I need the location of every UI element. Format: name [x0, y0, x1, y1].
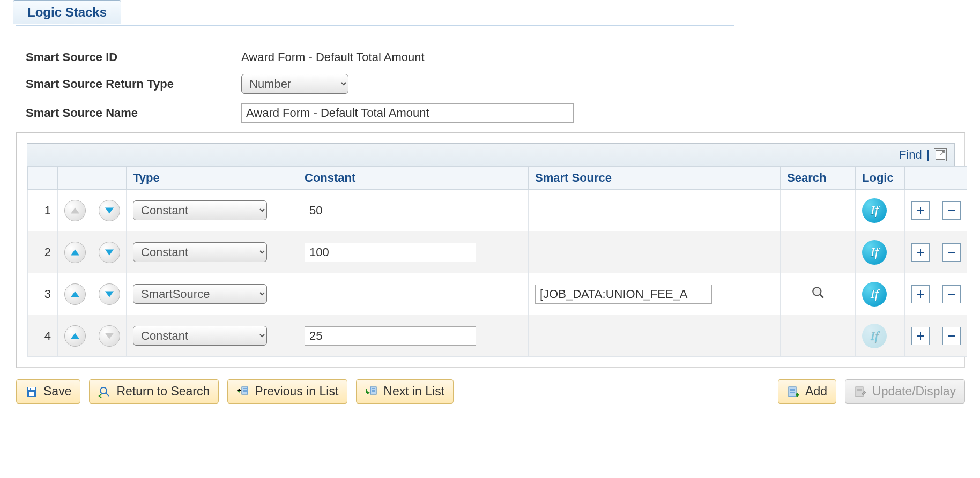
- svg-marker-0: [71, 207, 79, 213]
- grid-header-row: Type Constant Smart Source Search Logic: [28, 167, 967, 190]
- constant-input[interactable]: [305, 243, 476, 262]
- toolbar-separator: |: [926, 148, 930, 162]
- delete-row-button[interactable]: [942, 285, 961, 303]
- return-to-search-button[interactable]: Return to Search: [89, 379, 219, 404]
- add-row-button[interactable]: [911, 201, 930, 220]
- type-select[interactable]: Constant: [133, 200, 267, 220]
- svg-marker-18: [105, 333, 114, 339]
- svg-line-27: [106, 393, 109, 396]
- constant-input[interactable]: [305, 201, 476, 220]
- grid-container: Find | Type Constant S: [16, 132, 965, 368]
- value-smart-source-id: Award Form - Default Total Amount: [241, 50, 425, 64]
- action-bar: Save Return to Search Previous in List N…: [16, 379, 965, 404]
- svg-line-13: [820, 294, 823, 298]
- save-icon: [25, 385, 38, 398]
- col-constant[interactable]: Constant: [298, 167, 529, 190]
- col-blank-4: [905, 167, 936, 190]
- svg-point-12: [813, 287, 821, 295]
- add-icon: [787, 385, 800, 398]
- search-icon[interactable]: [811, 286, 825, 300]
- update-display-label: Update/Display: [872, 384, 956, 399]
- return-search-icon: [98, 385, 111, 398]
- grid-table: Type Constant Smart Source Search Logic …: [27, 166, 967, 357]
- input-smart-source-name[interactable]: [241, 103, 574, 123]
- logic-if-button[interactable]: If: [862, 282, 887, 307]
- label-smart-source-name: Smart Source Name: [16, 106, 241, 120]
- svg-marker-5: [71, 249, 79, 255]
- svg-rect-24: [29, 392, 34, 396]
- svg-rect-25: [30, 388, 31, 390]
- next-label: Next in List: [383, 384, 444, 399]
- add-row-button[interactable]: [911, 327, 930, 345]
- tab-logic-stacks[interactable]: Logic Stacks: [13, 0, 121, 25]
- next-list-icon: [365, 385, 378, 398]
- update-display-icon: [854, 385, 867, 398]
- move-up-button: [64, 200, 86, 221]
- add-row-button[interactable]: [911, 285, 930, 303]
- header-fields: Smart Source ID Award Form - Default Tot…: [16, 50, 964, 123]
- type-select[interactable]: Constant: [133, 242, 267, 262]
- select-return-type[interactable]: Number: [241, 74, 348, 94]
- col-blank-2: [58, 167, 92, 190]
- save-button[interactable]: Save: [16, 379, 80, 404]
- find-link[interactable]: Find: [899, 148, 922, 162]
- svg-rect-28: [242, 387, 248, 394]
- svg-rect-33: [370, 387, 376, 394]
- table-row: 4ConstantIf: [28, 315, 967, 357]
- svg-rect-38: [789, 387, 796, 397]
- next-in-list-button[interactable]: Next in List: [356, 379, 454, 404]
- svg-marker-1: [105, 207, 114, 213]
- label-smart-source-id: Smart Source ID: [16, 50, 241, 64]
- type-select[interactable]: Constant: [133, 326, 267, 346]
- row-number: 1: [28, 190, 58, 231]
- delete-row-button[interactable]: [942, 243, 961, 262]
- col-type[interactable]: Type: [127, 167, 298, 190]
- svg-marker-17: [71, 333, 79, 339]
- add-row-button[interactable]: [911, 243, 930, 262]
- col-blank-1: [28, 167, 58, 190]
- move-down-button[interactable]: [99, 200, 120, 221]
- smart-source-input[interactable]: [535, 285, 712, 304]
- col-logic[interactable]: Logic: [856, 167, 905, 190]
- move-up-button[interactable]: [64, 242, 86, 263]
- table-row: 1ConstantIf: [28, 190, 967, 231]
- table-row: 2ConstantIf: [28, 231, 967, 273]
- previous-in-list-button[interactable]: Previous in List: [227, 379, 347, 404]
- move-down-button: [99, 325, 120, 347]
- constant-input[interactable]: [305, 326, 476, 346]
- logic-if-button: If: [862, 324, 887, 348]
- add-label: Add: [805, 384, 827, 399]
- tab-strip: Logic Stacks: [16, 0, 734, 26]
- svg-marker-37: [367, 391, 370, 394]
- logic-if-button[interactable]: If: [862, 240, 887, 265]
- row-number: 4: [28, 315, 58, 357]
- svg-marker-10: [71, 291, 79, 297]
- type-select[interactable]: SmartSource: [133, 284, 267, 304]
- delete-row-button[interactable]: [942, 201, 961, 220]
- move-up-button[interactable]: [64, 325, 86, 347]
- col-blank-5: [936, 167, 967, 190]
- add-button[interactable]: Add: [778, 379, 836, 404]
- svg-rect-23: [28, 387, 35, 390]
- svg-marker-6: [105, 249, 114, 255]
- col-search[interactable]: Search: [781, 167, 856, 190]
- previous-label: Previous in List: [255, 384, 338, 399]
- move-down-button[interactable]: [99, 242, 120, 263]
- save-label: Save: [43, 384, 71, 399]
- move-up-button[interactable]: [64, 283, 86, 305]
- table-row: 3SmartSourceIf: [28, 273, 967, 315]
- update-display-button: Update/Display: [845, 379, 965, 404]
- grid-toolbar: Find |: [27, 144, 954, 166]
- move-down-button[interactable]: [99, 283, 120, 305]
- svg-marker-11: [105, 291, 114, 297]
- logic-stack-grid: Find | Type Constant S: [27, 143, 955, 357]
- col-smart-source[interactable]: Smart Source: [529, 167, 781, 190]
- col-blank-3: [92, 167, 127, 190]
- row-number: 2: [28, 231, 58, 273]
- logic-if-button[interactable]: If: [862, 198, 887, 223]
- return-search-label: Return to Search: [116, 384, 210, 399]
- label-return-type: Smart Source Return Type: [16, 77, 241, 91]
- prev-list-icon: [236, 385, 249, 398]
- delete-row-button[interactable]: [942, 327, 961, 345]
- popout-icon[interactable]: [934, 148, 947, 161]
